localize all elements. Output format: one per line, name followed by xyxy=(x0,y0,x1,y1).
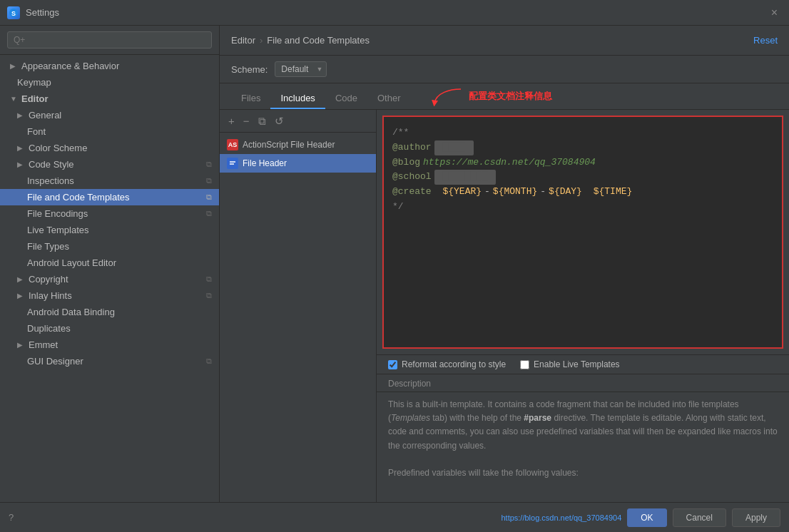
file-list-toolbar: + − ⧉ ↺ xyxy=(220,110,376,133)
sidebar-item-label: Appearance & Behavior xyxy=(21,61,119,71)
sidebar-item-file-encodings[interactable]: File Encodings ⧉ xyxy=(0,205,219,222)
scheme-row: Scheme: Default Project xyxy=(220,56,789,83)
reset-button[interactable]: Reset xyxy=(753,35,778,46)
file-list-panel: + − ⧉ ↺ AS ActionScript File Header File… xyxy=(220,110,377,502)
add-button[interactable]: + xyxy=(227,114,236,128)
sidebar-item-copyright[interactable]: ▶ Copyright ⧉ xyxy=(0,271,219,287)
main-content: ▶ Appearance & Behavior Keymap ▼ Editor … xyxy=(0,26,789,502)
reformat-option[interactable]: Reformat according to style xyxy=(388,359,506,369)
live-templates-checkbox[interactable] xyxy=(520,360,529,369)
code-line-4: @school ████████ xyxy=(392,170,773,185)
footer-buttons: https://blog.csdn.net/qq_37084904 OK Can… xyxy=(495,508,780,527)
copy-icon: ⧉ xyxy=(206,209,212,218)
copy-button[interactable]: ⧉ xyxy=(257,114,268,128)
sidebar-item-inspections[interactable]: Inspections ⧉ xyxy=(0,173,219,189)
sidebar-item-emmet[interactable]: ▶ Emmet xyxy=(0,337,219,353)
breadcrumb: Editor › File and Code Templates xyxy=(231,35,370,46)
sidebar-item-label: File and Code Templates xyxy=(27,192,130,203)
cancel-button[interactable]: Cancel xyxy=(673,508,726,527)
expand-arrow-general: ▶ xyxy=(17,111,27,119)
help-icon[interactable]: ? xyxy=(9,512,14,523)
sidebar-item-file-and-code-templates[interactable]: File and Code Templates ⧉ xyxy=(0,189,219,205)
file-item-header[interactable]: File Header xyxy=(220,154,376,173)
expand-arrow-appearance: ▶ xyxy=(10,62,20,70)
description-panel: Description This is a built-in template.… xyxy=(377,374,789,502)
sidebar-item-appearance[interactable]: ▶ Appearance & Behavior xyxy=(0,58,219,74)
expand-arrow-color-scheme: ▶ xyxy=(17,144,27,152)
expand-arrow-inlay-hints: ▶ xyxy=(17,292,27,300)
sidebar-item-label: Android Data Binding xyxy=(27,307,115,317)
tab-files[interactable]: Files xyxy=(231,88,270,109)
code-line-5: @create ${YEAR} - ${MONTH} - ${DAY} ${TI… xyxy=(392,185,773,200)
svg-rect-2 xyxy=(228,159,237,168)
annotation-text: 配置类文档注释信息 xyxy=(469,90,552,103)
file-icon-red: AS xyxy=(227,139,238,150)
sidebar-item-font[interactable]: Font xyxy=(0,123,219,140)
sidebar-item-android-layout-editor[interactable]: Android Layout Editor xyxy=(0,255,219,271)
sidebar-item-label: Code Style xyxy=(29,159,74,170)
copy-icon: ⧉ xyxy=(206,275,212,284)
tab-includes[interactable]: Includes xyxy=(270,88,325,109)
scheme-select[interactable]: Default Project xyxy=(275,61,327,77)
sidebar-item-label: Android Layout Editor xyxy=(27,257,116,268)
split-area: + − ⧉ ↺ AS ActionScript File Header File… xyxy=(220,110,789,502)
sidebar-item-label: File Types xyxy=(27,241,69,252)
sidebar-item-general[interactable]: ▶ General xyxy=(0,107,219,123)
sidebar-item-android-data-binding[interactable]: Android Data Binding xyxy=(0,304,219,320)
sidebar-item-label: GUI Designer xyxy=(27,356,83,367)
svg-text:S: S xyxy=(11,10,16,17)
copy-icon: ⧉ xyxy=(206,176,212,185)
description-label: Description xyxy=(377,374,789,392)
remove-button[interactable]: − xyxy=(242,114,251,128)
annotation-container: 配置类文档注释信息 xyxy=(429,86,552,107)
sidebar-item-label: Color Scheme xyxy=(29,143,87,153)
sidebar-item-keymap[interactable]: Keymap xyxy=(0,74,219,91)
reformat-checkbox[interactable] xyxy=(388,360,397,369)
copy-icon: ⧉ xyxy=(206,291,212,300)
apply-button[interactable]: Apply xyxy=(732,508,780,527)
sidebar-item-file-types[interactable]: File Types xyxy=(0,238,219,255)
app-icon: S xyxy=(7,6,20,19)
file-list: AS ActionScript File Header File Header xyxy=(220,133,376,502)
sidebar-item-label: File Encodings xyxy=(27,208,88,219)
sidebar: ▶ Appearance & Behavior Keymap ▼ Editor … xyxy=(0,26,220,502)
reset-button[interactable]: ↺ xyxy=(273,114,285,128)
sidebar-item-label: Keymap xyxy=(17,77,51,88)
code-line-3: @blog https://me.csdn.net/qq_37084904 xyxy=(392,155,773,170)
sidebar-item-label: Live Templates xyxy=(27,225,88,235)
expand-arrow-editor: ▼ xyxy=(10,95,20,103)
search-input[interactable] xyxy=(7,31,212,48)
sidebar-item-color-scheme[interactable]: ▶ Color Scheme xyxy=(0,140,219,156)
annotation-arrow-svg xyxy=(429,86,464,107)
sidebar-item-inlay-hints[interactable]: ▶ Inlay Hints ⧉ xyxy=(0,287,219,304)
file-item-actionscript[interactable]: AS ActionScript File Header xyxy=(220,135,376,154)
sidebar-item-editor[interactable]: ▼ Editor xyxy=(0,91,219,107)
right-panel: Editor › File and Code Templates Reset S… xyxy=(220,26,789,502)
sidebar-item-live-templates[interactable]: Live Templates xyxy=(0,222,219,238)
sidebar-item-label: Inlay Hints xyxy=(29,290,72,301)
sidebar-item-gui-designer[interactable]: GUI Designer ⧉ xyxy=(0,353,219,369)
sidebar-item-duplicates[interactable]: Duplicates xyxy=(0,320,219,337)
code-editor[interactable]: /** @author ████ @blog https://me.csdn.n… xyxy=(382,116,783,349)
tab-other[interactable]: Other xyxy=(367,88,411,109)
title-bar: S Settings × xyxy=(0,0,789,26)
copy-icon: ⧉ xyxy=(206,193,212,202)
sidebar-nav: ▶ Appearance & Behavior Keymap ▼ Editor … xyxy=(0,55,219,502)
sidebar-item-label: Inspections xyxy=(27,175,74,186)
ok-button[interactable]: OK xyxy=(627,508,666,527)
sidebar-item-label: Duplicates xyxy=(27,323,71,334)
sidebar-item-label: Font xyxy=(27,126,46,137)
copy-icon: ⧉ xyxy=(206,160,212,169)
copy-icon: ⧉ xyxy=(206,357,212,366)
live-templates-option[interactable]: Enable Live Templates xyxy=(520,359,620,369)
breadcrumb-current: File and Code Templates xyxy=(267,35,370,46)
live-templates-label: Enable Live Templates xyxy=(534,359,620,369)
sidebar-item-label: Editor xyxy=(21,93,49,104)
panel-header: Editor › File and Code Templates Reset xyxy=(220,26,789,56)
close-button[interactable]: × xyxy=(767,5,782,21)
description-text: This is a built-in template. It contains… xyxy=(377,392,789,486)
tab-code[interactable]: Code xyxy=(325,88,367,109)
footer: ? https://blog.csdn.net/qq_37084904 OK C… xyxy=(0,502,789,532)
file-item-label: File Header xyxy=(243,158,287,168)
sidebar-item-code-style[interactable]: ▶ Code Style ⧉ xyxy=(0,156,219,173)
